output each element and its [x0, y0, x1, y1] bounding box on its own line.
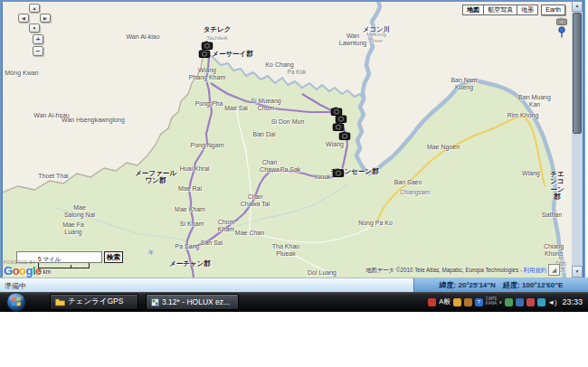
pan-down-button[interactable]: ▼ [29, 24, 40, 33]
tray-icon[interactable] [428, 298, 436, 306]
tray-icon[interactable] [464, 298, 472, 306]
tray-icon[interactable]: ? [475, 298, 483, 306]
photo-viewer-icon[interactable] [556, 17, 567, 25]
scale-km-label: 5 km [38, 268, 90, 275]
tray-icon[interactable] [453, 298, 461, 306]
google-letter: o [13, 264, 19, 278]
pan-left-button[interactable]: ◀ [18, 14, 29, 23]
zoom-in-button[interactable]: + [33, 34, 43, 44]
status-bar: 準備中 緯度: 20°25'14"N 経度: 100°12'60"E [0, 278, 588, 292]
system-tray: A般?CAPSKANA‹◄) 23:33 [428, 294, 586, 310]
maptype-button-2[interactable]: 航空写真 [483, 5, 517, 15]
taskbar-button-label: 3.12* - HOLUX ez... [162, 297, 230, 306]
longitude-value: 経度: 100°12'60"E [503, 281, 563, 289]
map-viewport[interactable]: タチレクTachileikメーサーイ郡メーファール ワン郡メーチャン郡チエンセー… [0, 0, 572, 278]
status-text: 準備中 [5, 281, 26, 291]
taskbar-button-1[interactable]: チェンライGPS [50, 294, 138, 310]
map-copyright: 地図データ ©2010 Tele Atlas, Mapabc, Europa T… [365, 267, 546, 275]
terms-link[interactable]: 利用規約 [524, 267, 546, 273]
google-logo[interactable]: powered by Google [4, 261, 42, 278]
copyright-text: 地図データ ©2010 Tele Atlas, Mapabc, Europa T… [365, 267, 522, 273]
tray-keyboard-state[interactable]: CAPSKANA [486, 297, 497, 306]
folder-icon [55, 298, 65, 306]
zoom-out-button[interactable]: − [33, 46, 43, 56]
maptype-button-3[interactable]: 地形 [517, 5, 538, 15]
pan-up-button[interactable]: ▲ [29, 4, 40, 13]
vertical-scrollbar[interactable]: ▲ ▼ [572, 0, 583, 278]
screen: タチレクTachileikメーサーイ郡メーファール ワン郡メーチャン郡チエンセー… [0, 0, 588, 367]
photo-marker[interactable] [333, 168, 345, 177]
tray-icon[interactable] [537, 298, 545, 306]
scale-bar [38, 264, 90, 268]
latitude-value: 緯度: 20°25'14"N [440, 281, 496, 289]
overlay-icons [555, 17, 568, 38]
scale-miles-label: 5 マイル [38, 256, 90, 264]
scroll-down-button[interactable]: ▼ [572, 266, 583, 278]
maptype-button-4[interactable]: Earth [541, 5, 565, 15]
tray-text-‹[interactable]: ‹ [499, 298, 502, 306]
taskbar-button-label: チェンライGPS [68, 296, 123, 307]
map-type-switcher: 地図航空写真地形Earth [463, 5, 565, 15]
scroll-thumb[interactable] [573, 13, 582, 134]
window-border [583, 0, 585, 278]
google-wordmark: Google [4, 265, 42, 277]
map-canvas [0, 0, 572, 278]
tray-text-A般[interactable]: A般 [439, 297, 450, 306]
window-border [0, 0, 585, 2]
coordinates-panel: 緯度: 20°25'14"N 経度: 100°12'60"E [413, 278, 588, 293]
position-pin-icon[interactable] [557, 26, 566, 38]
tray-icon[interactable] [505, 298, 513, 306]
taskbar-clock[interactable]: 23:33 [562, 297, 583, 306]
photo-marker[interactable] [333, 122, 345, 131]
tray-icon[interactable] [516, 298, 524, 306]
pan-right-button[interactable]: ▶ [40, 14, 51, 23]
scale-control: 5 マイル 5 km [38, 256, 90, 275]
overview-map-toggle[interactable]: ◢ [548, 264, 560, 276]
google-letter: g [26, 264, 33, 278]
maptype-button-1[interactable]: 地図 [462, 5, 484, 15]
taskbar-button-2[interactable]: 3.12* - HOLUX ez... [146, 294, 239, 310]
window-border [0, 0, 3, 278]
photo-marker[interactable] [199, 49, 211, 58]
map-search-button[interactable]: 検索 [104, 251, 123, 263]
tray-icon[interactable] [526, 298, 535, 306]
google-letter: G [4, 264, 13, 278]
google-letter: o [19, 264, 25, 278]
app-icon [151, 298, 159, 306]
tray-text-◄)[interactable]: ◄) [548, 298, 557, 306]
start-button[interactable] [6, 292, 26, 312]
photo-marker[interactable] [339, 131, 351, 140]
taskbar: チェンライGPS3.12* - HOLUX ez... A般?CAPSKANA‹… [0, 292, 588, 312]
